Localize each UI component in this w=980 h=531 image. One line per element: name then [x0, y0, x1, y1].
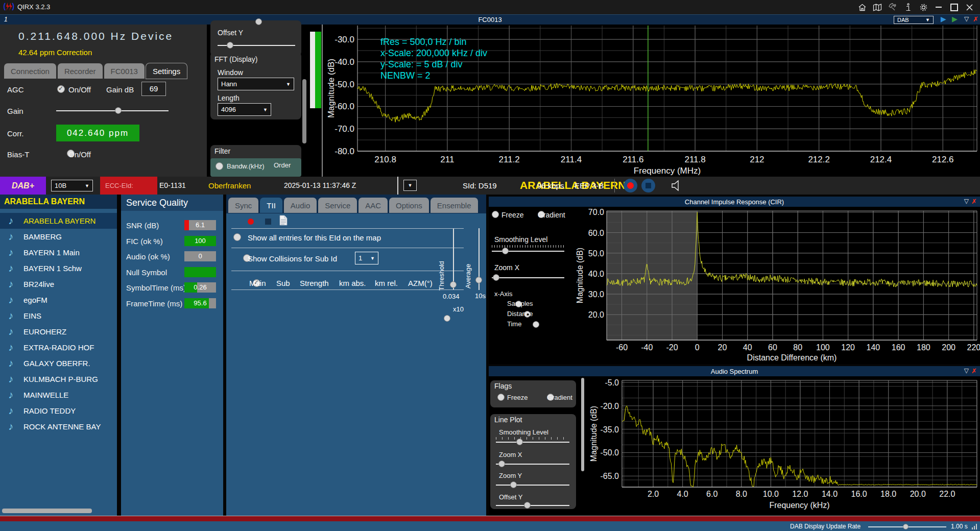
- tab-options[interactable]: Options: [389, 198, 429, 213]
- collapse-spectrum-button[interactable]: ▽: [964, 15, 969, 22]
- cir-plot[interactable]: -60-40-200204060801001201401601802002202…: [570, 209, 980, 364]
- bar-splitter[interactable]: [397, 177, 398, 195]
- update-rate-slider[interactable]: [868, 526, 946, 527]
- speaker-icon[interactable]: [670, 179, 683, 194]
- audio-smoothing-slider[interactable]: [496, 442, 569, 443]
- cir-zoom-x-slider[interactable]: [492, 277, 564, 278]
- update-rate-slider-thumb[interactable]: [903, 524, 909, 529]
- service-dropdown[interactable]: ▼: [403, 180, 417, 191]
- cir-zoom-x-slider-thumb[interactable]: [493, 274, 499, 281]
- average-slider-thumb[interactable]: [475, 277, 482, 283]
- tab-aac[interactable]: AAC: [358, 198, 388, 213]
- rf-spectrum-plot[interactable]: 210.8211211.2211.4211.6211.8212212.2212.…: [323, 25, 980, 177]
- list-item[interactable]: ♪EUROHERZ: [0, 324, 117, 340]
- list-item[interactable]: ♪EINS: [0, 308, 117, 324]
- play-blue-button[interactable]: ▶: [941, 15, 946, 23]
- sub-id-dropdown[interactable]: 1▼: [355, 252, 378, 264]
- close-audio-button[interactable]: ✗: [971, 367, 977, 375]
- scrolled-slider-thumb[interactable]: [255, 18, 262, 25]
- play-green-button[interactable]: ▶: [952, 15, 958, 23]
- tab-fc0013[interactable]: FC0013: [104, 63, 145, 79]
- list-item[interactable]: ♪BAYERN 1 Main: [0, 245, 117, 260]
- controls-scrollbar[interactable]: [302, 79, 306, 143]
- tab-settings[interactable]: Settings: [146, 63, 187, 79]
- list-item[interactable]: ♪KULMBACH P-BURG: [0, 371, 117, 387]
- collapse-audio-button[interactable]: ▽: [964, 367, 969, 374]
- tab-connection[interactable]: Connection: [4, 63, 56, 79]
- list-item[interactable]: ♪BAMBERG: [0, 229, 117, 245]
- tii-column-header[interactable]: km rel.: [375, 279, 398, 287]
- average-slider[interactable]: [479, 228, 480, 290]
- bandwidth-radio[interactable]: [216, 162, 223, 170]
- minimize-button[interactable]: [931, 1, 946, 13]
- list-item[interactable]: ♪ROCK ANTENNE BAY: [0, 419, 117, 435]
- gain-db-field[interactable]: 69: [141, 82, 166, 96]
- channel-dropdown[interactable]: 10B▼: [51, 180, 93, 191]
- list-item[interactable]: ♪RADIO TEDDY: [0, 403, 117, 419]
- cir-freeze-radio[interactable]: [492, 211, 499, 218]
- record-button[interactable]: [624, 179, 637, 192]
- offset-y-slider-thumb[interactable]: [227, 42, 233, 49]
- collapse-cir-button[interactable]: ▽: [964, 198, 969, 205]
- close-button[interactable]: [962, 1, 977, 13]
- stop-button[interactable]: [641, 179, 655, 192]
- fft-window-dropdown[interactable]: Hann▼: [218, 78, 294, 90]
- tii-column-header[interactable]: Strength: [300, 279, 329, 287]
- station-list-hscrollbar[interactable]: [2, 509, 92, 513]
- audio-smoothing-slider-thumb[interactable]: [516, 439, 523, 445]
- x10-radio[interactable]: [444, 315, 450, 322]
- record-dot-icon[interactable]: [248, 219, 254, 225]
- satellite-icon[interactable]: [885, 1, 900, 13]
- stop-square-icon[interactable]: [265, 219, 271, 225]
- home-icon[interactable]: [854, 1, 870, 13]
- cir-smoothing-slider[interactable]: [492, 251, 564, 252]
- list-item[interactable]: ♪egoFM: [0, 292, 117, 308]
- tii-column-header[interactable]: AZM(°): [408, 279, 433, 287]
- list-item[interactable]: ♪ARABELLA BAYERN: [0, 213, 117, 229]
- mode-select-dropdown[interactable]: DAB▼: [894, 16, 934, 24]
- document-icon[interactable]: [279, 215, 288, 227]
- threshold-slider-thumb[interactable]: [450, 281, 457, 288]
- threshold-slider[interactable]: [453, 229, 454, 289]
- audio-freeze-radio[interactable]: [497, 394, 505, 401]
- station-name: EINS: [23, 311, 41, 320]
- show-all-entries-radio[interactable]: [233, 233, 241, 241]
- audio-offset-y-slider-thumb[interactable]: [524, 502, 531, 509]
- list-item[interactable]: ♪GALAXY OBERFR.: [0, 355, 117, 371]
- tab-sync[interactable]: Sync: [228, 198, 258, 213]
- tab-recorder[interactable]: Recorder: [58, 63, 103, 79]
- list-item[interactable]: ♪EXTRA-RADIO HOF: [0, 340, 117, 355]
- audio-zoom-x-slider-thumb[interactable]: [498, 461, 505, 467]
- tii-column-header[interactable]: Sub: [276, 279, 290, 287]
- cir-xaxis-time-radio[interactable]: [533, 321, 539, 328]
- tab-tii[interactable]: TII: [260, 198, 282, 213]
- audio-zoom-x-slider[interactable]: [496, 464, 569, 465]
- maximize-button[interactable]: [946, 1, 962, 13]
- offset-y-slider[interactable]: [218, 45, 295, 46]
- close-spectrum-button[interactable]: ✗: [973, 15, 978, 23]
- cir-smoothing-slider-thumb[interactable]: [502, 248, 509, 254]
- fft-length-dropdown[interactable]: 4096▼: [218, 103, 271, 116]
- audio-spectrum-plot[interactable]: 2.04.06.08.010.012.014.016.018.020.022.0…: [588, 376, 980, 516]
- tii-column-header[interactable]: km abs.: [339, 279, 366, 287]
- gain-slider-thumb[interactable]: [115, 107, 122, 114]
- resize-grip-icon[interactable]: [972, 523, 978, 531]
- close-cir-button[interactable]: ✗: [971, 198, 977, 205]
- info-icon[interactable]: [900, 1, 916, 13]
- audio-zoom-y-slider-thumb[interactable]: [510, 481, 517, 488]
- audio-offset-y-slider[interactable]: [496, 505, 569, 506]
- list-item[interactable]: ♪MAINWELLE: [0, 387, 117, 403]
- agc-onoff-radio[interactable]: [57, 85, 65, 93]
- audio-zoom-y-slider[interactable]: [496, 485, 569, 486]
- tab-ensemble[interactable]: Ensemble: [431, 198, 478, 213]
- map-icon[interactable]: [870, 1, 885, 13]
- music-note-icon: ♪: [8, 262, 23, 274]
- tab-service[interactable]: Service: [318, 198, 357, 213]
- list-item[interactable]: ♪BR24live: [0, 276, 117, 292]
- gear-icon[interactable]: [916, 1, 931, 13]
- tii-column-header[interactable]: Main: [249, 279, 266, 287]
- tab-audio[interactable]: Audio: [284, 198, 317, 213]
- audio-panel-scrollbar[interactable]: [581, 378, 584, 471]
- gain-slider[interactable]: [56, 110, 169, 111]
- list-item[interactable]: ♪BAYERN 1 Schw: [0, 260, 117, 276]
